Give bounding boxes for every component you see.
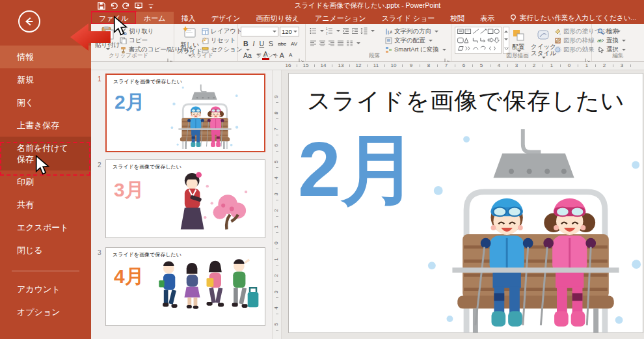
drawing-dialog-launcher[interactable]	[585, 54, 590, 59]
h-ruler-tick: 1	[550, 62, 553, 68]
backstage-menu-item[interactable]: オプション	[0, 301, 91, 323]
v-ruler-tick: 7	[273, 128, 279, 130]
h-ruler-tick: 2	[533, 62, 535, 68]
backstage-menu-item[interactable]: 新規	[0, 68, 91, 91]
paste-button[interactable]: 貼り付け	[95, 26, 120, 50]
text-shadow-button[interactable]: S	[267, 40, 275, 47]
justify-icon[interactable]	[337, 40, 344, 47]
backstage-divider	[12, 271, 79, 271]
ski-lift-illustration	[167, 84, 243, 149]
bullets-icon[interactable]	[310, 27, 317, 34]
ribbon-tab[interactable]: ホーム	[136, 12, 174, 24]
decrease-indent-icon[interactable]	[342, 27, 349, 34]
v-ruler-tick: 2	[273, 209, 279, 211]
v-ruler-tick: 5	[273, 160, 279, 163]
v-ruler-tick: 4	[273, 176, 279, 179]
clipboard-dialog-launcher[interactable]	[167, 54, 172, 59]
align-center-icon[interactable]	[319, 40, 326, 47]
tell-me-box[interactable]: 実行したい作業を入力してください...	[506, 12, 641, 23]
slide-thumbnail-panel: 1 スライドを画像で保存したい 2月 2 スライドを画像で保存したい 3月 3 …	[91, 70, 272, 339]
backstage-menu-item[interactable]: 名前を付けて 保存	[0, 137, 91, 170]
replace-button[interactable]: ab 置換	[597, 36, 626, 45]
arrange-icon	[511, 28, 526, 42]
align-text-button[interactable]: 文字の配置	[385, 36, 433, 45]
h-ruler-tick: 5	[480, 62, 483, 68]
text-direction-button[interactable]: A 文字列の方向	[385, 27, 438, 36]
slide-number: 3	[98, 249, 101, 256]
underline-button[interactable]: U	[258, 40, 266, 47]
font-group: 120 B I U S abc AV Aa A A A フォント	[238, 24, 306, 61]
slide-thumbnail-1[interactable]: スライドを画像で保存したい 2月	[105, 74, 265, 152]
h-ruler-tick: 3	[621, 62, 623, 68]
ribbon-tab[interactable]: ファイル	[91, 12, 136, 24]
backstage-sidebar: 情報 新規 開く 上書き保存 名前を付けて 保存 印刷 共有 エクスポート 閉じ…	[0, 0, 91, 339]
main-slide[interactable]: スライドを画像で保存したい 2月	[288, 73, 643, 333]
slide-thumbnail-2[interactable]: スライドを画像で保存したい 3月	[105, 159, 265, 238]
paragraph-dialog-launcher[interactable]	[444, 54, 449, 59]
slide-month-text[interactable]: 2月	[298, 131, 418, 208]
h-ruler-tick: 3	[515, 62, 518, 68]
backstage-menu-item[interactable]: 情報	[0, 46, 91, 68]
arrange-button[interactable]: 配置	[511, 28, 526, 52]
find-button[interactable]: 検索	[597, 27, 619, 36]
backstage-menu-item[interactable]: 閉じる	[0, 239, 91, 262]
char-spacing-button[interactable]: AV	[289, 41, 299, 47]
backstage-menu-item[interactable]: エクスポート	[0, 216, 91, 239]
h-ruler-tick: 2	[603, 62, 606, 68]
slides-group-label: スライド	[174, 52, 230, 60]
shape-gallery[interactable]	[455, 27, 502, 54]
v-ruler-tick: 9	[273, 95, 279, 98]
backstage-menu-item[interactable]: 共有	[0, 193, 91, 216]
back-button[interactable]	[18, 10, 40, 33]
v-ruler-tick: 3	[273, 290, 279, 293]
vertical-ruler[interactable]: 987654321012345	[272, 70, 282, 339]
thumb-title: スライドを画像で保存したい	[113, 251, 181, 258]
font-dialog-launcher[interactable]	[299, 54, 304, 59]
line-spacing-icon[interactable]	[360, 27, 368, 34]
h-ruler-tick: 1	[585, 62, 588, 68]
ribbon-tab[interactable]: 画面切り替え	[248, 12, 308, 24]
thumb-month: 4月	[114, 264, 144, 290]
svg-text:A: A	[390, 30, 392, 34]
align-left-icon[interactable]	[310, 40, 317, 47]
crowd-illustration	[157, 258, 260, 313]
backstage-menu-item[interactable]: 印刷	[0, 170, 91, 193]
h-ruler-tick: 10	[391, 62, 397, 68]
columns-icon[interactable]	[346, 40, 353, 47]
font-name-combo[interactable]	[241, 27, 278, 36]
cut-button[interactable]: 切り取り	[120, 27, 154, 36]
slide-number: 1	[98, 75, 101, 83]
backstage-menu-item[interactable]: アカウント	[0, 278, 91, 301]
ribbon-tab[interactable]: アニメーション	[307, 12, 374, 24]
font-size-combo[interactable]: 120	[280, 27, 299, 36]
slide-title-text[interactable]: スライドを画像で保存したい	[307, 85, 625, 117]
ribbon-tab[interactable]: 表示	[472, 12, 502, 24]
ribbon-tab[interactable]: スライド ショー	[374, 12, 443, 24]
backstage-menu-item[interactable]: 上書き保存	[0, 114, 91, 137]
increase-indent-icon[interactable]	[351, 27, 358, 34]
numbering-icon[interactable]: 12	[326, 27, 333, 34]
strikethrough-button[interactable]: abc	[276, 41, 288, 47]
shape-gallery-scroll[interactable]	[503, 27, 509, 54]
reset-button[interactable]: リセット	[202, 36, 236, 45]
slide-thumbnail-3[interactable]: スライドを画像で保存したい 4月	[105, 247, 265, 326]
h-ruler-tick: 6	[463, 62, 465, 68]
backstage-menu-item[interactable]: 開く	[0, 91, 91, 114]
tell-me-label: 実行したい作業を入力してください...	[520, 14, 636, 23]
italic-button[interactable]: I	[252, 40, 256, 47]
h-ruler-tick: 4	[498, 62, 500, 68]
bold-button[interactable]: B	[242, 40, 250, 47]
hanami-illustration	[161, 169, 252, 232]
powerpoint-window: 情報 新規 開く 上書き保存 名前を付けて 保存 印刷 共有 エクスポート 閉じ…	[0, 0, 644, 339]
replace-icon: ab	[597, 37, 604, 44]
paragraph-group-label: 段落	[306, 52, 443, 60]
ribbon-tab[interactable]: 挿入	[174, 12, 204, 24]
ribbon-tab[interactable]: 校閲	[442, 12, 472, 24]
ski-lift-illustration-large	[427, 127, 644, 334]
h-ruler-tick: 16	[286, 62, 291, 68]
copy-button[interactable]: コピー	[120, 36, 148, 45]
horizontal-ruler[interactable]: 161514131211109876543210123	[91, 62, 644, 70]
ribbon-tab[interactable]: デザイン	[204, 12, 248, 24]
v-ruler-tick: 6	[273, 144, 279, 146]
align-right-icon[interactable]	[328, 40, 335, 47]
